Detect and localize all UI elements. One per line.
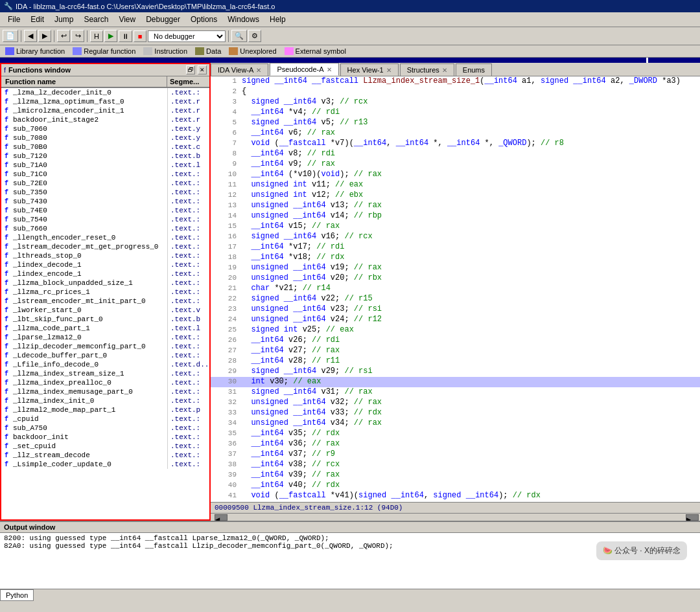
function-icon: f	[1, 361, 12, 368]
list-item[interactable]: f _llzma_index_memusage_part_0 .text.:	[1, 387, 209, 396]
code-line: 4 __int64 *v4; // rdi	[211, 108, 700, 118]
list-item[interactable]: f _Lfile_info_decode_0 .text.d...	[1, 360, 209, 369]
horizontal-scrollbar[interactable]: ◀ ▶	[211, 513, 700, 521]
tb-pause-btn[interactable]: ⏸	[119, 30, 132, 42]
menu-item-file[interactable]: File	[3, 14, 25, 25]
function-name: _lthreads_stop_0	[12, 251, 167, 260]
list-item[interactable]: f _llzma_index_stream_size_1 .text.:	[1, 369, 209, 378]
list-item[interactable]: f _lmicrolzma_encoder_init_1 .text.r	[1, 106, 209, 115]
tb-new-btn[interactable]: 📄	[3, 30, 18, 42]
list-item[interactable]: f _lbt_skip_func_part_0 .text.b	[1, 315, 209, 324]
code-line: 3 signed __int64 v3; // rcx	[211, 97, 700, 108]
menu-item-view[interactable]: View	[113, 14, 141, 25]
code-line: 18 __int64 *v18; // rdx	[211, 253, 700, 263]
tab-pseudocode-a[interactable]: Pseudocode-A✕	[270, 63, 338, 76]
list-item[interactable]: f _lparse_lzma12_0 .text.:	[1, 333, 209, 342]
function-segment: .text.y	[167, 133, 209, 142]
list-item[interactable]: f sub_7350 .text.:	[1, 188, 209, 197]
code-text: void (__fastcall *v41)(signed __int64, s…	[242, 491, 541, 500]
menu-item-search[interactable]: Search	[78, 14, 113, 25]
menu-item-jump[interactable]: Jump	[49, 14, 78, 25]
list-item[interactable]: f sub_7080 .text.y	[1, 133, 209, 142]
menu-item-edit[interactable]: Edit	[25, 14, 49, 25]
function-segment: .text.:	[167, 188, 209, 197]
list-item[interactable]: f sub_A750 .text.:	[1, 424, 209, 433]
line-number: 29	[213, 367, 237, 375]
list-item[interactable]: f _Ldecode_buffer_part_0 .text.:	[1, 351, 209, 360]
list-item[interactable]: f _set_cpuid .text.:	[1, 442, 209, 451]
function-segment: .text.:	[167, 233, 209, 242]
list-item[interactable]: f _llzma_index_prealloc_0 .text.:	[1, 378, 209, 387]
code-text: unsigned __int64 v19; // rax	[242, 263, 382, 272]
tab-close-btn[interactable]: ✕	[327, 66, 332, 73]
list-item[interactable]: f _lstream_decoder_mt_get_progress_0 .te…	[1, 242, 209, 251]
tab-ida-view-a[interactable]: IDA View-A✕	[211, 63, 268, 76]
tab-enums[interactable]: Enums	[456, 63, 492, 76]
scrollbar-right-btn[interactable]: ▶	[686, 514, 699, 521]
list-item[interactable]: f _lindex_encode_1 .text.:	[1, 269, 209, 278]
tab-close-btn[interactable]: ✕	[442, 67, 447, 74]
menu-item-debugger[interactable]: Debugger	[141, 14, 185, 25]
code-area[interactable]: 1signed __int64 __fastcall Llzma_index_s…	[211, 76, 700, 502]
tb-settings-btn[interactable]: ⚙	[248, 30, 261, 42]
debugger-select[interactable]: No debugger	[148, 30, 226, 42]
list-item[interactable]: f _llzma_index_init_0 .text.:	[1, 396, 209, 405]
list-item[interactable]: f _llzma_block_unpadded_size_1 .text.:	[1, 278, 209, 288]
tab-hex-view-1[interactable]: Hex View-1✕	[340, 63, 399, 76]
list-item[interactable]: f sub_7120 .text.b	[1, 152, 209, 161]
tb-redo-btn[interactable]: ↪	[71, 30, 84, 42]
list-item[interactable]: f _lworker_start_0 .text.v	[1, 306, 209, 315]
list-item[interactable]: f _llength_encoder_reset_0 .text.:	[1, 233, 209, 242]
tab-close-btn[interactable]: ✕	[386, 67, 391, 74]
functions-table: Function name Segme... f _lzma_lz_decode…	[1, 76, 209, 519]
function-segment: .text.:	[167, 442, 209, 451]
scrollbar-track[interactable]	[228, 514, 686, 521]
list-item[interactable]: f sub_7540 .text.:	[1, 215, 209, 224]
functions-close-btn[interactable]: ✕	[198, 65, 207, 74]
list-item[interactable]: f _llzip_decoder_memconfig_part_0 .text.…	[1, 342, 209, 351]
line-number: 34	[213, 419, 237, 427]
list-item[interactable]: f backdoor_init .text.:	[1, 433, 209, 442]
scrollbar-left-btn[interactable]: ◀	[215, 514, 228, 521]
tb-back-btn[interactable]: ◀	[24, 30, 37, 42]
list-item[interactable]: f _llzmal2_mode_map_part_1 .text.p	[1, 405, 209, 414]
function-segment: .text.:	[167, 369, 209, 378]
list-item[interactable]: f sub_7430 .text.:	[1, 197, 209, 206]
list-item[interactable]: f sub_74E0 .text.:	[1, 206, 209, 215]
tb-run-btn[interactable]: ▶	[104, 30, 117, 42]
function-name: sub_7430	[12, 197, 167, 206]
list-item[interactable]: f sub_71A0 .text.l	[1, 161, 209, 170]
list-item[interactable]: f _Lsimple_coder_update_0 .text.:	[1, 460, 209, 469]
tab-python[interactable]: Python	[0, 589, 34, 601]
tb-hex-btn[interactable]: H	[90, 30, 103, 42]
list-item[interactable]: f _llzma_rc_prices_1 .text.:	[1, 288, 209, 297]
menu-item-help[interactable]: Help	[264, 14, 291, 25]
function-icon: f	[1, 307, 12, 314]
list-item[interactable]: f _llzma_lzma_optimum_fast_0 .text.r	[1, 97, 209, 106]
code-line: 35 __int64 v35; // rdx	[211, 429, 700, 439]
list-item[interactable]: f sub_7060 .text.y	[1, 124, 209, 133]
list-item[interactable]: f sub_70B0 .text.c	[1, 142, 209, 152]
list-item[interactable]: f sub_72E0 .text.:	[1, 179, 209, 188]
tb-stop-btn[interactable]: ■	[134, 30, 146, 42]
code-text: __int64 v8; // rdi	[242, 149, 335, 158]
list-item[interactable]: f _lindex_decode_1 .text.:	[1, 260, 209, 269]
tb-search-btn[interactable]: 🔍	[231, 30, 247, 42]
tab-structures[interactable]: Structures✕	[400, 63, 454, 76]
code-text: unsigned __int64 v20; // rbx	[242, 273, 382, 282]
list-item[interactable]: f backdoor_init_stage2 .text.r	[1, 115, 209, 124]
list-item[interactable]: f _cpuid .text.:	[1, 414, 209, 424]
tb-undo-btn[interactable]: ↩	[57, 30, 70, 42]
list-item[interactable]: f sub_71C0 .text.:	[1, 170, 209, 179]
tab-close-btn[interactable]: ✕	[256, 67, 261, 74]
tb-forward-btn[interactable]: ▶	[38, 30, 51, 42]
list-item[interactable]: f sub_7660 .text.:	[1, 224, 209, 233]
list-item[interactable]: f _lzma_lz_decoder_init_0 .text.:	[1, 88, 209, 97]
functions-restore-btn[interactable]: 🗗	[186, 65, 195, 74]
list-item[interactable]: f _lthreads_stop_0 .text.:	[1, 251, 209, 260]
list-item[interactable]: f _llz_stream_decode .text.:	[1, 451, 209, 460]
list-item[interactable]: f _lstream_encoder_mt_init_part_0 .text.…	[1, 297, 209, 306]
menu-item-windows[interactable]: Windows	[222, 14, 264, 25]
menu-item-options[interactable]: Options	[185, 14, 222, 25]
list-item[interactable]: f _llzma_code_part_1 .text.l	[1, 324, 209, 333]
